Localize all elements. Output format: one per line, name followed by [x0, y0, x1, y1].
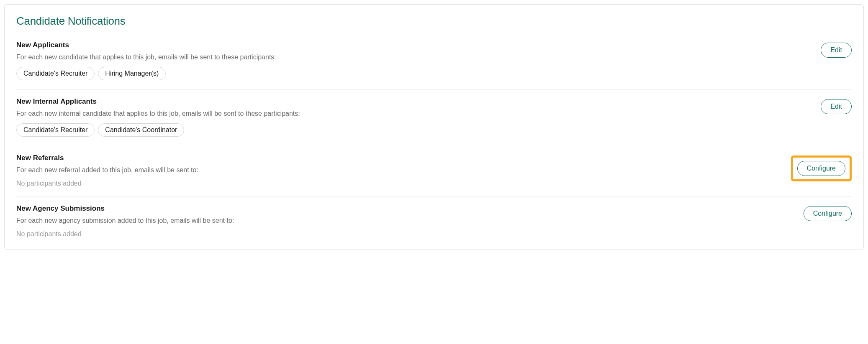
section-action: Configure [791, 154, 852, 181]
participant-chip: Hiring Manager(s) [98, 67, 166, 80]
participant-chip: Candidate's Recruiter [16, 123, 95, 137]
section-title: New Referrals [16, 154, 783, 162]
card-title: Candidate Notifications [16, 15, 852, 28]
section-content: New Agency Submissions For each new agen… [16, 204, 795, 238]
configure-button[interactable]: Configure [797, 161, 845, 176]
configure-button[interactable]: Configure [804, 206, 852, 221]
section-new-agency-submissions: New Agency Submissions For each new agen… [16, 197, 852, 238]
section-description: For each new agency submission added to … [16, 217, 795, 224]
edit-button[interactable]: Edit [821, 43, 852, 58]
edit-button[interactable]: Edit [821, 99, 852, 114]
section-title: New Agency Submissions [16, 204, 795, 213]
participant-chip: Candidate's Recruiter [16, 67, 95, 80]
section-action: Edit [821, 41, 852, 58]
section-new-applicants: New Applicants For each new candidate th… [16, 41, 852, 90]
candidate-notifications-card: Candidate Notifications New Applicants F… [4, 4, 864, 250]
section-new-internal-applicants: New Internal Applicants For each new int… [16, 90, 852, 146]
empty-participants-text: No participants added [16, 180, 783, 187]
section-action: Edit [821, 97, 852, 114]
section-content: New Applicants For each new candidate th… [16, 41, 812, 80]
empty-participants-text: No participants added [16, 230, 795, 238]
section-description: For each new candidate that applies to t… [16, 54, 812, 61]
section-content: New Referrals For each new referral adde… [16, 154, 783, 187]
section-action: Configure [804, 204, 852, 221]
section-description: For each new referral added to this job,… [16, 166, 783, 174]
section-title: New Internal Applicants [16, 97, 812, 106]
participant-chips: Candidate's Recruiter Candidate's Coordi… [16, 123, 812, 137]
section-description: For each new internal candidate that app… [16, 110, 812, 117]
section-title: New Applicants [16, 41, 812, 49]
participant-chips: Candidate's Recruiter Hiring Manager(s) [16, 67, 812, 80]
section-content: New Internal Applicants For each new int… [16, 97, 812, 137]
highlight-annotation: Configure [791, 155, 852, 181]
participant-chip: Candidate's Coordinator [98, 123, 184, 137]
section-new-referrals: New Referrals For each new referral adde… [16, 146, 852, 197]
